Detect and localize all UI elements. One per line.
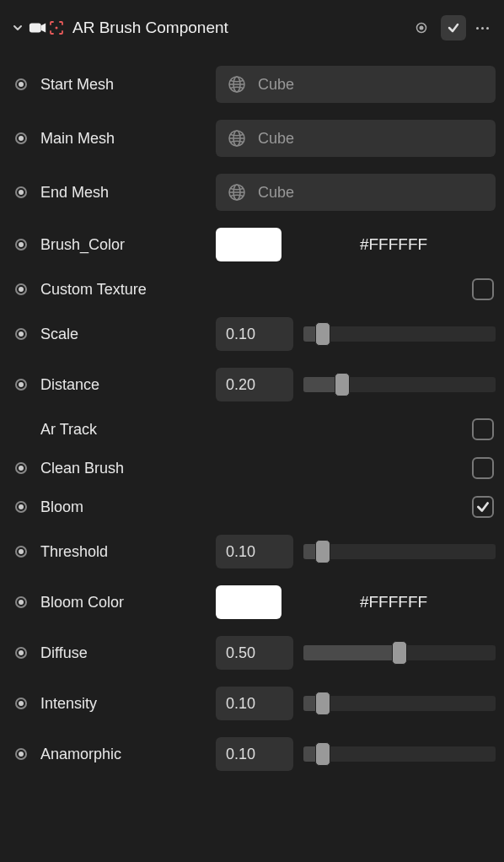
label-end-mesh: End Mesh — [40, 184, 209, 202]
clean-brush-checkbox[interactable] — [472, 457, 494, 479]
scale-input[interactable]: 0.10 — [216, 317, 293, 351]
diffuse-input[interactable]: 0.50 — [216, 636, 293, 670]
row-threshold: Threshold 0.10 — [8, 526, 496, 577]
globe-icon — [228, 75, 246, 94]
property-indicator-icon[interactable] — [15, 379, 27, 391]
record-button[interactable] — [409, 15, 434, 40]
label-scale: Scale — [40, 326, 209, 343]
property-indicator-icon[interactable] — [15, 186, 27, 198]
svg-rect-0 — [29, 24, 41, 33]
diffuse-slider[interactable] — [303, 644, 496, 661]
slider-thumb[interactable] — [335, 373, 350, 396]
property-indicator-icon[interactable] — [15, 462, 27, 474]
property-indicator-icon[interactable] — [15, 132, 27, 144]
bloom-color-hex[interactable]: #FFFFFF — [292, 585, 496, 619]
collapse-chevron-icon[interactable] — [12, 22, 24, 34]
property-indicator-icon[interactable] — [15, 328, 27, 340]
scale-slider[interactable] — [303, 326, 496, 342]
label-intensity: Intensity — [40, 695, 209, 713]
threshold-input[interactable]: 0.10 — [216, 535, 293, 568]
target-icon — [49, 20, 64, 35]
row-start-mesh: Start Mesh Cube — [8, 57, 496, 111]
slider-thumb[interactable] — [315, 540, 330, 563]
row-clean-brush: Clean Brush — [8, 449, 496, 488]
component-title: AR Brush Component — [72, 19, 404, 37]
label-clean-brush: Clean Brush — [40, 460, 209, 477]
row-intensity: Intensity 0.10 — [8, 678, 496, 729]
label-brush-color: Brush_Color — [40, 236, 209, 254]
property-indicator-icon[interactable] — [15, 748, 27, 760]
row-bloom-color: Bloom Color #FFFFFF — [8, 577, 496, 628]
component-panel: AR Brush Component Start Mesh Cube Main … — [0, 0, 504, 789]
ar-track-checkbox[interactable] — [472, 418, 494, 440]
svg-point-1 — [56, 27, 58, 30]
component-header: AR Brush Component — [8, 10, 496, 57]
property-indicator-icon[interactable] — [15, 78, 27, 90]
label-start-mesh: Start Mesh — [40, 76, 209, 94]
main-mesh-value: Cube — [258, 130, 294, 148]
brush-color-hex[interactable]: #FFFFFF — [292, 228, 496, 261]
intensity-input[interactable]: 0.10 — [216, 687, 293, 720]
row-custom-texture: Custom Texture — [8, 270, 496, 309]
enable-toggle[interactable] — [441, 15, 466, 40]
anamorphic-slider[interactable] — [303, 746, 496, 762]
row-distance: Distance 0.20 — [8, 359, 496, 410]
bloom-color-swatch[interactable] — [216, 585, 281, 619]
label-custom-texture: Custom Texture — [40, 281, 209, 299]
property-indicator-icon[interactable] — [15, 283, 27, 295]
label-anamorphic: Anamorphic — [40, 746, 209, 763]
globe-icon — [228, 129, 246, 148]
label-main-mesh: Main Mesh — [40, 130, 209, 148]
slider-thumb[interactable] — [315, 742, 330, 766]
brush-color-swatch[interactable] — [216, 228, 281, 261]
end-mesh-field[interactable]: Cube — [216, 174, 496, 211]
bloom-checkbox[interactable] — [472, 496, 494, 518]
property-indicator-icon[interactable] — [15, 698, 27, 709]
property-indicator-icon[interactable] — [15, 647, 27, 659]
slider-thumb[interactable] — [315, 692, 330, 715]
label-bloom: Bloom — [40, 498, 209, 516]
row-diffuse: Diffuse 0.50 — [8, 628, 496, 678]
start-mesh-value: Cube — [258, 76, 294, 94]
label-diffuse: Diffuse — [40, 644, 209, 662]
label-ar-track: Ar Track — [40, 421, 209, 439]
custom-texture-checkbox[interactable] — [472, 278, 494, 300]
row-bloom: Bloom — [8, 488, 496, 526]
property-indicator-icon[interactable] — [15, 239, 27, 251]
anamorphic-input[interactable]: 0.10 — [216, 737, 293, 771]
end-mesh-value: Cube — [258, 184, 294, 202]
row-scale: Scale 0.10 — [8, 309, 496, 359]
row-ar-track: Ar Track — [8, 410, 496, 449]
threshold-slider[interactable] — [303, 543, 496, 560]
globe-icon — [228, 183, 246, 202]
intensity-slider[interactable] — [303, 695, 496, 712]
row-anamorphic: Anamorphic 0.10 — [8, 729, 496, 779]
main-mesh-field[interactable]: Cube — [216, 120, 496, 157]
property-indicator-icon[interactable] — [15, 546, 27, 558]
svg-point-3 — [420, 26, 424, 30]
start-mesh-field[interactable]: Cube — [216, 66, 496, 103]
more-menu-icon[interactable] — [473, 20, 492, 36]
component-type-icons — [29, 20, 64, 35]
label-bloom-color: Bloom Color — [40, 594, 209, 611]
slider-thumb[interactable] — [392, 641, 407, 665]
label-threshold: Threshold — [40, 543, 209, 561]
header-actions — [409, 15, 492, 40]
slider-thumb[interactable] — [315, 322, 330, 346]
row-brush-color: Brush_Color #FFFFFF — [8, 219, 496, 270]
distance-input[interactable]: 0.20 — [216, 368, 293, 401]
distance-slider[interactable] — [303, 376, 496, 393]
property-indicator-icon[interactable] — [15, 501, 27, 513]
camera-icon — [29, 21, 47, 35]
label-distance: Distance — [40, 376, 209, 394]
row-end-mesh: End Mesh Cube — [8, 165, 496, 219]
row-main-mesh: Main Mesh Cube — [8, 111, 496, 165]
property-indicator-icon[interactable] — [15, 596, 27, 608]
